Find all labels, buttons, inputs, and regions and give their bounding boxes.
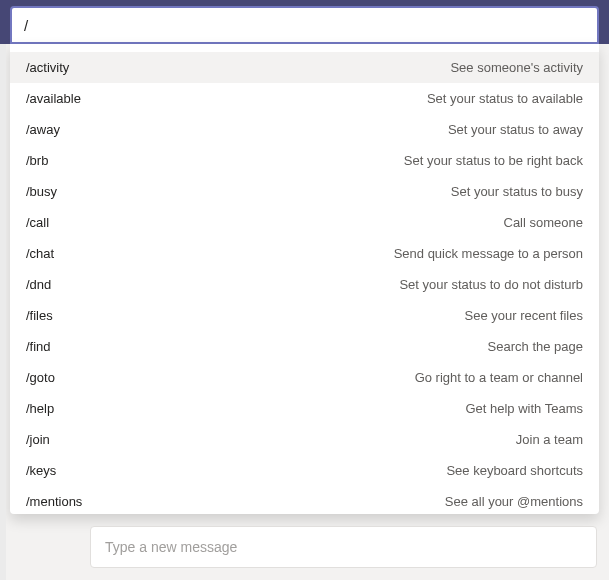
command-description: See someone's activity [450, 60, 583, 75]
command-description: Send quick message to a person [394, 246, 583, 261]
command-description: Set your status to do not disturb [399, 277, 583, 292]
command-suggestion-item[interactable]: /joinJoin a team [10, 424, 599, 455]
command-suggestion-item[interactable]: /chatSend quick message to a person [10, 238, 599, 269]
command-name: /available [26, 91, 81, 106]
command-description: Set your status to available [427, 91, 583, 106]
command-suggestion-item[interactable]: /keysSee keyboard shortcuts [10, 455, 599, 486]
command-suggestion-item[interactable]: /busySet your status to busy [10, 176, 599, 207]
command-description: Set your status to be right back [404, 153, 583, 168]
command-suggestion-list: /activitySee someone's activity/availabl… [10, 44, 599, 514]
command-suggestion-item[interactable]: /availableSet your status to available [10, 83, 599, 114]
command-suggestion-item[interactable]: /activitySee someone's activity [10, 52, 599, 83]
command-description: Go right to a team or channel [415, 370, 583, 385]
command-name: /keys [26, 463, 56, 478]
command-name: /brb [26, 153, 48, 168]
command-suggestion-item[interactable]: /findSearch the page [10, 331, 599, 362]
command-description: Search the page [488, 339, 583, 354]
command-name: /mentions [26, 494, 82, 509]
command-name: /activity [26, 60, 69, 75]
command-suggestion-item[interactable]: /awaySet your status to away [10, 114, 599, 145]
command-description: Call someone [504, 215, 584, 230]
message-compose-box[interactable] [90, 526, 597, 568]
command-name: /join [26, 432, 50, 447]
command-name: /goto [26, 370, 55, 385]
command-suggestion-item[interactable]: /gotoGo right to a team or channel [10, 362, 599, 393]
command-name: /dnd [26, 277, 51, 292]
command-description: Join a team [516, 432, 583, 447]
command-suggestion-item[interactable]: /mentionsSee all your @mentions [10, 486, 599, 514]
command-suggestion-item[interactable]: /dndSet your status to do not disturb [10, 269, 599, 300]
command-name: /chat [26, 246, 54, 261]
command-suggestion-item[interactable]: /helpGet help with Teams [10, 393, 599, 424]
message-compose-input[interactable] [105, 539, 582, 555]
command-name: /find [26, 339, 51, 354]
command-description: See all your @mentions [445, 494, 583, 509]
command-name: /files [26, 308, 53, 323]
command-name: /busy [26, 184, 57, 199]
command-name: /call [26, 215, 49, 230]
command-description: Set your status to away [448, 122, 583, 137]
title-bar [0, 0, 609, 44]
command-description: See keyboard shortcuts [446, 463, 583, 478]
command-suggestion-item[interactable]: /callCall someone [10, 207, 599, 238]
command-suggestion-item[interactable]: /filesSee your recent files [10, 300, 599, 331]
command-description: See your recent files [464, 308, 583, 323]
command-name: /away [26, 122, 60, 137]
command-description: Get help with Teams [465, 401, 583, 416]
command-suggestion-item[interactable]: /brbSet your status to be right back [10, 145, 599, 176]
command-name: /help [26, 401, 54, 416]
command-search-input[interactable] [24, 17, 585, 34]
left-rail-sliver [0, 44, 6, 580]
command-search-box[interactable] [10, 6, 599, 44]
command-description: Set your status to busy [451, 184, 583, 199]
